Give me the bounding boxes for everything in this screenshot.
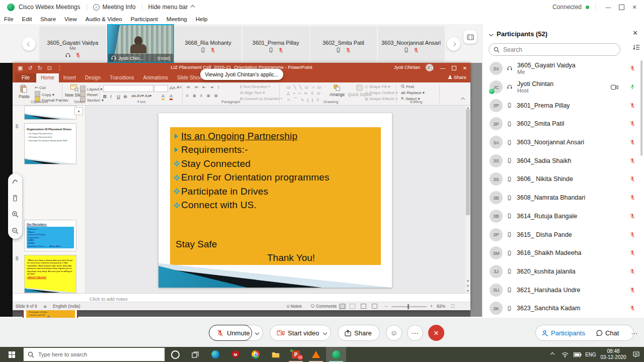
participant-row[interactable]: 3B3608_Namrata Bhandari bbox=[482, 189, 644, 207]
notes-bar[interactable]: Click to add notes bbox=[13, 293, 470, 302]
current-slide[interactable]: Its an Ongoing PartnershipRequirements:-… bbox=[158, 113, 392, 288]
reading-view-button[interactable] bbox=[361, 304, 366, 310]
participant-row[interactable]: 3S3604_Sadia Shaikh bbox=[482, 151, 644, 170]
sort-participants-button[interactable] bbox=[633, 44, 640, 50]
reactions-button[interactable]: ☺ bbox=[386, 325, 402, 341]
filmstrip-next-button[interactable] bbox=[447, 37, 460, 51]
thumbnail-scroll-up-button[interactable]: ▲ bbox=[74, 107, 83, 115]
pointer-remote-icon[interactable] bbox=[12, 195, 18, 202]
bold-button[interactable]: B bbox=[103, 94, 107, 99]
taskbar-search-input[interactable]: Type here to search bbox=[23, 347, 165, 361]
participants-toggle-button[interactable]: Participants bbox=[542, 329, 585, 337]
share-content-button[interactable]: Share bbox=[338, 325, 380, 341]
minimize-button[interactable]: — bbox=[602, 3, 615, 12]
maximize-button[interactable] bbox=[615, 3, 628, 12]
ppt-tab-transitions[interactable]: Transitions bbox=[105, 73, 139, 82]
participant-row[interactable]: 3J3620_kushita jalanila bbox=[482, 262, 644, 281]
audio-options-chevron[interactable] bbox=[255, 331, 259, 335]
font-name-select[interactable] bbox=[103, 85, 153, 92]
underline-button[interactable]: U bbox=[117, 94, 120, 99]
participant-row[interactable]: 3P3615_ Disha Pande bbox=[482, 225, 644, 244]
start-video-button[interactable]: Start video bbox=[270, 325, 331, 341]
participant-row[interactable]: 3A3603_Noorjannat Ansari bbox=[482, 133, 644, 152]
participant-search-input[interactable]: Search bbox=[489, 43, 620, 56]
ppt-minimize-button[interactable]: — bbox=[437, 63, 448, 73]
audio-tile[interactable]: 3605_Gayatri VaidyaMe bbox=[39, 26, 106, 61]
slideshow-view-button[interactable] bbox=[372, 304, 377, 310]
collapse-ribbon-button[interactable] bbox=[461, 98, 465, 102]
language-status[interactable]: English (India) bbox=[53, 304, 80, 309]
strikethrough-button[interactable]: S bbox=[124, 94, 127, 99]
ppt-tab-animations[interactable]: Animations bbox=[139, 73, 173, 82]
participant-row[interactable]: 3U3621_Harshada Undre bbox=[482, 281, 644, 299]
zoom-level[interactable]: 82% bbox=[437, 304, 445, 309]
zoom-in-icon[interactable] bbox=[12, 211, 19, 218]
vlc-button[interactable] bbox=[306, 347, 326, 362]
layout-view-button[interactable] bbox=[463, 30, 477, 44]
zoom-out-icon[interactable] bbox=[12, 227, 19, 234]
chrome-button[interactable] bbox=[246, 347, 266, 362]
filmstrip-prev-button[interactable] bbox=[22, 37, 36, 51]
shape-outline-button[interactable]: ▱ Shape Outline ▾ bbox=[365, 90, 397, 95]
webex-taskbar-button[interactable] bbox=[326, 347, 346, 362]
annotate-pen-icon[interactable] bbox=[12, 178, 19, 185]
notes-toggle[interactable]: ⌸ Notes bbox=[287, 304, 302, 309]
participant-row[interactable]: 3V3605_Gayatri VaidyaMe bbox=[482, 59, 644, 78]
ppt-tab-insert[interactable]: Insert bbox=[59, 73, 80, 82]
action-center-button[interactable] bbox=[630, 347, 642, 362]
participant-row[interactable]: 3P3601_Prerna Pillay bbox=[482, 96, 644, 115]
next-slide-button[interactable]: ▼ bbox=[465, 284, 470, 288]
shape-fill-button[interactable]: ◇ Shape Fill ▾ bbox=[365, 84, 390, 89]
wifi-icon[interactable] bbox=[559, 347, 571, 362]
participant-row[interactable]: 3P3602_Smita Patil bbox=[482, 115, 644, 133]
ribbon-display-options-button[interactable]: ⊓ bbox=[426, 63, 437, 73]
fit-to-window-button[interactable]: ⛶ bbox=[451, 304, 454, 309]
language-indicator[interactable]: ENG bbox=[584, 347, 598, 362]
menu-audio-video[interactable]: Audio & Video bbox=[86, 16, 122, 22]
close-button[interactable]: ✕ bbox=[628, 3, 641, 12]
slide-thumbnail-8[interactable]: "When you have a dream that you can't le… bbox=[24, 255, 76, 293]
shapes-gallery-row3[interactable]: ☆ ⌒ ∿ { } ✩ bbox=[287, 97, 320, 103]
audio-tile[interactable]: 3602_Smita Patil bbox=[310, 26, 377, 61]
zoom-knob[interactable] bbox=[408, 304, 409, 309]
slide-text-box[interactable]: Its an Ongoing PartnershipRequirements:-… bbox=[170, 127, 381, 265]
participant-row[interactable]: 3M3616_Shaikh Madeeha bbox=[482, 244, 644, 262]
powerpoint-taskbar-button[interactable]: P 16 bbox=[286, 347, 306, 362]
smartart-button[interactable]: ⧉ Convert to SmartArt ▾ bbox=[240, 97, 282, 102]
find-button[interactable]: Find bbox=[401, 84, 414, 89]
zoom-out-button[interactable]: − bbox=[385, 304, 387, 309]
mcafee-button[interactable]: M bbox=[225, 347, 246, 362]
ppt-close-button[interactable]: ✕ bbox=[459, 63, 470, 73]
highlight-color-icon[interactable]: A bbox=[162, 94, 165, 100]
chat-toggle-button[interactable]: Chat bbox=[596, 329, 619, 337]
participant-row[interactable]: 3S3606_ Nikita Shinde bbox=[482, 170, 644, 189]
menu-help[interactable]: Help bbox=[196, 16, 208, 22]
menu-share[interactable]: Share bbox=[40, 16, 56, 22]
slide-thumbnail-6[interactable]: Organisation Of Placement Drives • On Ca… bbox=[24, 123, 76, 164]
meeting-info-button[interactable]: i Meeting Info bbox=[93, 4, 136, 11]
participant-row[interactable]: 3B3614_Rutuja Bangale bbox=[482, 207, 644, 226]
paste-button[interactable]: Paste bbox=[19, 84, 30, 99]
arrange-button[interactable]: Arrange bbox=[330, 84, 345, 97]
leave-meeting-button[interactable]: ✕ bbox=[428, 325, 444, 341]
align-buttons[interactable]: ≡ ≣ ≡ ≣ ⊞ bbox=[186, 94, 219, 98]
unmute-button[interactable]: Unmute bbox=[209, 325, 263, 341]
replace-button[interactable]: ab Replace ▾ bbox=[401, 90, 425, 95]
hide-menu-bar-button[interactable]: Hide menu bar bbox=[148, 4, 195, 11]
task-view-button[interactable] bbox=[185, 347, 205, 362]
participants-header[interactable]: Participants (52) bbox=[490, 30, 547, 38]
shapes-gallery[interactable]: ▭ ╲ ╲ ▭ ○ ▭ bbox=[287, 85, 322, 89]
grow-font-icon[interactable]: A˄ bbox=[170, 85, 176, 90]
zoom-in-button[interactable]: + bbox=[430, 304, 433, 309]
comments-toggle[interactable]: 🗨 Comments bbox=[310, 304, 337, 309]
text-direction-button[interactable]: ⫵ Text Direction ▾ bbox=[240, 84, 270, 89]
close-panel-button[interactable]: ✕ bbox=[632, 29, 638, 37]
zoom-slider[interactable] bbox=[391, 306, 427, 307]
scroll-down-arrow[interactable]: ▼ bbox=[465, 289, 470, 293]
ppt-tab-file[interactable]: File bbox=[15, 73, 36, 82]
cut-button[interactable]: ✂ Cut bbox=[35, 85, 45, 90]
menu-participant[interactable]: Participant bbox=[130, 16, 157, 22]
previous-slide-button[interactable]: ▲ bbox=[465, 279, 470, 282]
video-tile-active-speaker[interactable]: Jyoti Chin...(Host) bbox=[107, 24, 174, 63]
menu-file[interactable]: File bbox=[4, 16, 14, 22]
